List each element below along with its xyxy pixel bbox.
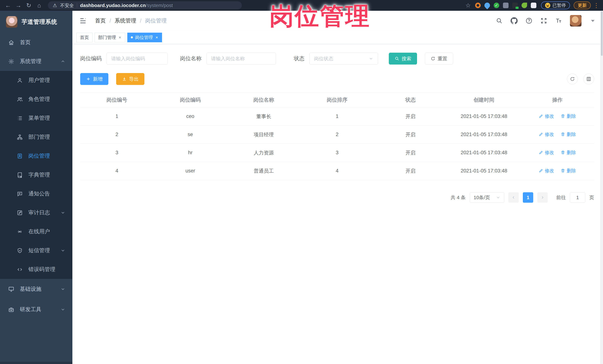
sidebar-item-users[interactable]: 用户管理 xyxy=(0,71,72,90)
add-button[interactable]: 新增 xyxy=(80,73,108,85)
edit-link[interactable]: 修改 xyxy=(539,113,554,119)
search-button[interactable]: 搜索 xyxy=(389,53,417,65)
browser-forward-icon[interactable]: → xyxy=(14,1,23,10)
tab-label: 部门管理 xyxy=(98,34,116,40)
col-post-name: 岗位名称 xyxy=(227,93,301,107)
sidebar-item-sms[interactable]: 短信管理 xyxy=(0,241,72,260)
logo: 芋道管理系统 xyxy=(0,11,72,33)
post-name-input[interactable] xyxy=(206,53,276,65)
chevron-down-icon xyxy=(496,195,500,200)
close-icon[interactable] xyxy=(118,36,122,39)
sidebar-item-infrastructure[interactable]: 基础设施 xyxy=(0,279,72,299)
sidebar-item-roles[interactable]: 角色管理 xyxy=(0,90,72,109)
page-size-select[interactable]: 10条/页 xyxy=(470,192,504,203)
refresh-table-button[interactable] xyxy=(567,74,578,84)
close-icon[interactable] xyxy=(155,36,159,39)
delete-link[interactable]: 删除 xyxy=(561,113,576,119)
browser-back-icon[interactable]: ← xyxy=(4,1,12,10)
tab-departments[interactable]: 部门管理 xyxy=(95,33,125,42)
sidebar-item-system[interactable]: 系统管理 xyxy=(0,52,72,71)
security-label[interactable]: 不安全 xyxy=(60,2,74,9)
trash-icon xyxy=(561,114,565,118)
breadcrumb: 首页 / 系统管理 / 岗位管理 xyxy=(95,17,167,24)
fullscreen-icon[interactable] xyxy=(540,17,547,24)
help-icon[interactable] xyxy=(525,17,533,24)
extension-icon-leaf[interactable] xyxy=(521,2,528,9)
export-button[interactable]: 导出 xyxy=(116,73,144,85)
delete-link[interactable]: 删除 xyxy=(561,149,576,155)
avatar[interactable] xyxy=(570,15,581,26)
extension-icon-ring[interactable] xyxy=(474,2,482,9)
goto-page-input[interactable] xyxy=(570,192,585,203)
breadcrumb-separator: / xyxy=(109,18,111,24)
github-icon[interactable] xyxy=(510,17,518,24)
app: 芋道管理系统 首页 系统管理 用户管理 角色管理 xyxy=(0,11,603,364)
extension-icon-check[interactable]: ✓ xyxy=(493,2,500,9)
sidebar-item-dev-tools[interactable]: 研发工具 xyxy=(0,299,72,320)
filter-form: 岗位编码 岗位名称 状态 岗位状态 搜索 重置 xyxy=(80,53,594,65)
page-scrollbar[interactable] xyxy=(600,11,603,364)
page-1-button[interactable]: 1 xyxy=(523,192,533,203)
browser-update-button[interactable]: 更新 xyxy=(574,1,591,9)
extension-icon-drop[interactable] xyxy=(484,2,491,9)
chevron-down-icon xyxy=(369,56,373,61)
cell-post-name: 项目经理 xyxy=(227,126,301,144)
next-page-button[interactable] xyxy=(537,192,548,203)
breadcrumb-item-home[interactable]: 首页 xyxy=(95,17,106,24)
address-bar[interactable]: ⚠ 不安全 dashboard.yudao.iocoder.cn/system/… xyxy=(48,1,242,10)
tab-home[interactable]: 首页 xyxy=(76,33,93,42)
tab-posts[interactable]: 岗位管理 xyxy=(127,33,162,42)
sidebar-item-menus[interactable]: 菜单管理 xyxy=(0,109,72,128)
sidebar-item-label: 部门管理 xyxy=(28,133,50,141)
browser-reload-icon[interactable]: ↻ xyxy=(24,1,33,10)
table-toolbar: 新增 导出 xyxy=(80,73,594,85)
org-tree-icon xyxy=(17,134,23,140)
url-text[interactable]: dashboard.yudao.iocoder.cn/system/post xyxy=(80,3,173,8)
book-icon xyxy=(17,172,23,178)
table-settings xyxy=(567,74,594,84)
status-select[interactable]: 岗位状态 xyxy=(309,53,378,65)
extension-icon-terminal[interactable] xyxy=(511,2,519,9)
sidebar-item-home[interactable]: 首页 xyxy=(0,33,72,52)
breadcrumb-item-system[interactable]: 系统管理 xyxy=(115,17,136,24)
extension-icon-sliders[interactable] xyxy=(502,2,510,9)
sidebar-collapse-bar[interactable] xyxy=(0,362,72,364)
sidebar-item-error-codes[interactable]: 错误码管理 xyxy=(0,260,72,279)
sidebar-item-audit-logs[interactable]: 审计日志 xyxy=(0,203,72,222)
font-size-icon[interactable] xyxy=(555,17,562,24)
scrollbar-thumb[interactable] xyxy=(601,11,603,56)
cell-created: 2021-01-05 17:03:48 xyxy=(447,162,521,180)
sidebar-item-notices[interactable]: 通知公告 xyxy=(0,184,72,203)
reset-button[interactable]: 重置 xyxy=(425,53,453,65)
pencil-icon xyxy=(539,114,543,118)
delete-link[interactable]: 删除 xyxy=(561,131,576,137)
post-code-input[interactable] xyxy=(106,53,168,65)
sidebar-item-posts[interactable]: 岗位管理 xyxy=(0,146,72,165)
edit-link[interactable]: 修改 xyxy=(539,168,554,174)
edit-link[interactable]: 修改 xyxy=(539,131,554,137)
sidebar-item-label: 首页 xyxy=(20,39,31,46)
tab-label: 岗位管理 xyxy=(135,34,153,40)
table-header-row: 岗位编号 岗位编码 岗位名称 岗位排序 状态 创建时间 操作 xyxy=(80,93,594,107)
sidebar-item-label: 在线用户 xyxy=(28,228,50,235)
sidebar-item-online-users[interactable]: 在线用户 xyxy=(0,222,72,241)
caret-down-icon[interactable] xyxy=(589,17,596,24)
update-label: 更新 xyxy=(578,2,587,8)
hamburger-icon[interactable] xyxy=(79,17,87,25)
users-icon xyxy=(17,96,23,102)
browser-home-icon[interactable]: ⌂ xyxy=(35,1,43,10)
browser-menu-icon[interactable]: ⋮ xyxy=(593,2,599,9)
sidebar-item-label: 通知公告 xyxy=(28,190,50,198)
search-icon[interactable] xyxy=(496,17,503,24)
trash-icon xyxy=(561,132,565,136)
sidebar-item-dictionary[interactable]: 字典管理 xyxy=(0,165,72,184)
bookmark-star-icon[interactable]: ☆ xyxy=(464,1,472,10)
edit-link[interactable]: 修改 xyxy=(539,149,554,155)
cell-post-name: 董事长 xyxy=(227,107,301,126)
column-settings-button[interactable] xyxy=(583,74,594,84)
extension-icon-puzzle[interactable] xyxy=(530,2,537,9)
prev-page-button[interactable] xyxy=(508,192,519,203)
delete-link[interactable]: 删除 xyxy=(561,168,576,174)
sidebar-item-departments[interactable]: 部门管理 xyxy=(0,128,72,146)
profile-paused-badge[interactable]: 已暂停 xyxy=(541,1,570,9)
